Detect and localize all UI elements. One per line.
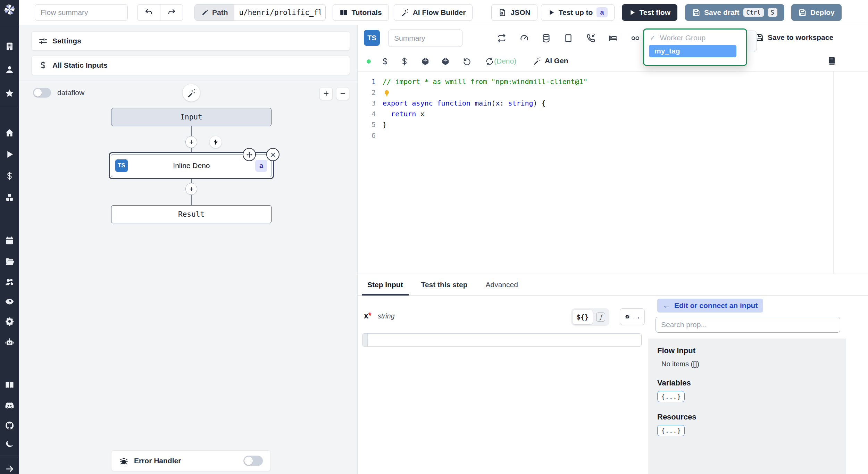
field-value-input[interactable] xyxy=(368,334,641,346)
square-icon[interactable] xyxy=(564,33,573,43)
star-icon[interactable] xyxy=(5,89,14,98)
edit-or-connect-label: Edit or connect an input xyxy=(674,301,758,310)
close-icon xyxy=(269,151,277,158)
flow-canvas[interactable]: dataflow Input TS Inline Deno xyxy=(19,81,358,474)
template-mode-button[interactable]: ${} xyxy=(573,310,593,324)
tab-test-this-step[interactable]: Test this step xyxy=(416,274,473,296)
calendar-icon[interactable] xyxy=(5,236,14,245)
resources-chip[interactable]: {...} xyxy=(657,425,685,436)
voicemail-icon[interactable] xyxy=(631,33,640,43)
resources-title: Resources xyxy=(657,413,837,422)
code-line: 1// import * as wmill from "npm:windmill… xyxy=(358,77,833,88)
users-gear-icon[interactable] xyxy=(5,277,14,287)
sidebar xyxy=(0,0,19,474)
dollar-icon[interactable] xyxy=(400,57,409,66)
settings-label: Settings xyxy=(52,37,81,45)
field-value-input-wrap xyxy=(362,333,642,347)
sidebar-divider xyxy=(0,25,19,25)
trigger-button[interactable] xyxy=(209,136,222,148)
variables-title: Variables xyxy=(657,379,837,388)
input-node[interactable]: Input xyxy=(111,108,272,126)
variables-chip[interactable]: {...} xyxy=(657,391,685,402)
deploy-button[interactable]: Deploy xyxy=(791,4,842,21)
book-open-icon[interactable] xyxy=(5,380,14,390)
code-editor[interactable]: 1// import * as wmill from "npm:windmill… xyxy=(358,71,868,274)
deploy-label: Deploy xyxy=(810,8,835,17)
connect-input-button[interactable]: → xyxy=(620,308,645,325)
code-lines: 1// import * as wmill from "npm:windmill… xyxy=(358,77,833,142)
arrow-right-icon[interactable] xyxy=(5,464,14,474)
worker-tag-option-selected[interactable]: my_tag xyxy=(649,45,736,57)
delete-step-button[interactable] xyxy=(266,148,279,161)
github-icon[interactable] xyxy=(5,421,14,430)
error-handler-card[interactable]: Error Handler xyxy=(111,450,271,471)
tab-advanced[interactable]: Advanced xyxy=(480,274,523,296)
ai-wand-button[interactable] xyxy=(182,84,200,102)
cube-icon[interactable] xyxy=(421,57,430,66)
lightbulb-icon[interactable] xyxy=(383,89,391,98)
tutorials-button[interactable]: Tutorials xyxy=(333,4,389,21)
gauge-icon[interactable] xyxy=(519,33,529,43)
edit-or-connect-button[interactable]: ← Edit or connect an input xyxy=(657,299,763,313)
robot-icon[interactable] xyxy=(5,338,14,347)
repeat-icon[interactable] xyxy=(497,33,507,43)
refresh-icon[interactable] xyxy=(485,57,494,66)
play-icon[interactable] xyxy=(5,150,14,159)
zoom-out-button[interactable] xyxy=(336,87,349,100)
zoom-in-button[interactable] xyxy=(319,87,333,100)
flow-summary-input[interactable] xyxy=(35,4,128,21)
discord-icon[interactable] xyxy=(5,401,14,410)
bed-icon[interactable] xyxy=(608,33,618,43)
settings-card[interactable]: Settings xyxy=(31,31,350,51)
path-input[interactable] xyxy=(234,5,325,20)
dataflow-toggle[interactable] xyxy=(33,88,51,98)
dollar-icon[interactable] xyxy=(381,57,390,66)
runtime-label: (Deno) xyxy=(494,57,516,65)
undo-redo-group xyxy=(137,4,183,21)
move-step-handle[interactable] xyxy=(243,148,256,161)
gear-icon[interactable] xyxy=(5,317,14,326)
path-button[interactable]: Path xyxy=(195,5,234,20)
arrow-right-icon: → xyxy=(634,313,641,321)
input-mode-toggle-group: ${} ƒ xyxy=(571,308,609,326)
tab-step-input[interactable]: Step Input xyxy=(362,274,409,296)
result-node[interactable]: Result xyxy=(111,205,272,223)
json-button[interactable]: JSON xyxy=(491,4,537,21)
plug-icon xyxy=(624,313,632,321)
home-icon[interactable] xyxy=(5,128,14,138)
ai-gen-button[interactable]: AI Gen xyxy=(533,56,568,65)
phone-incoming-icon[interactable] xyxy=(586,33,596,43)
database-icon[interactable] xyxy=(541,33,551,43)
library-icon[interactable] xyxy=(827,56,836,66)
insert-step-button[interactable] xyxy=(185,183,197,195)
save-to-workspace-button[interactable]: Save to workspace xyxy=(756,33,833,42)
error-handler-toggle[interactable] xyxy=(243,456,263,466)
test-flow-button[interactable]: Test flow xyxy=(622,4,677,21)
building-icon[interactable] xyxy=(5,42,14,51)
eye-icon[interactable] xyxy=(5,297,14,306)
drag-handle[interactable] xyxy=(362,334,368,346)
rotate-left-icon[interactable] xyxy=(462,57,471,66)
redo-button[interactable] xyxy=(160,5,183,20)
worker-group-option[interactable]: ✓ Worker Group xyxy=(644,30,746,44)
cubes-icon[interactable] xyxy=(5,193,14,202)
summary-input[interactable] xyxy=(388,30,462,47)
save-draft-button[interactable]: Save draft Ctrl S xyxy=(685,4,784,21)
file-code-icon xyxy=(498,8,507,17)
search-prop-input[interactable] xyxy=(656,317,840,333)
status-dot-icon[interactable] xyxy=(366,59,372,64)
all-static-inputs-card[interactable]: All Static Inputs xyxy=(31,56,350,75)
cube-icon[interactable] xyxy=(441,57,450,66)
moon-icon[interactable] xyxy=(5,439,14,448)
ai-flow-builder-button[interactable]: AI Flow Builder xyxy=(394,4,473,21)
test-up-to-button[interactable]: Test up to a xyxy=(541,4,615,21)
insert-step-button[interactable] xyxy=(185,136,197,148)
user-icon[interactable] xyxy=(5,65,14,74)
result-node-label: Result xyxy=(178,210,205,218)
function-mode-button[interactable]: ƒ xyxy=(593,310,608,324)
undo-button[interactable] xyxy=(137,5,160,20)
dollar-icon[interactable] xyxy=(5,171,14,181)
windmill-logo-icon[interactable] xyxy=(3,3,16,16)
windmill-flow-editor: Path Tutorials AI Flow Builder JSON Test… xyxy=(0,0,868,474)
folder-icon[interactable] xyxy=(5,257,14,266)
